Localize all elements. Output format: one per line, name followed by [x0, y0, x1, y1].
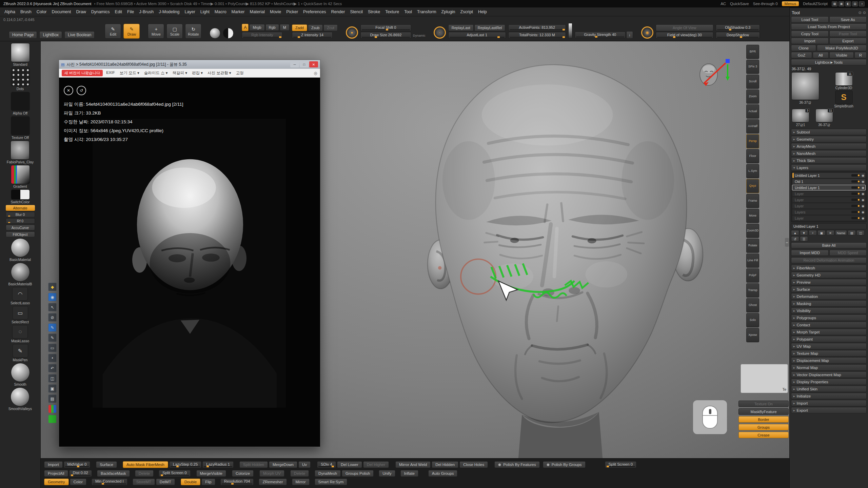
dynamic-label[interactable]: Dynamic [413, 34, 426, 37]
layer-row[interactable]: Untitled Layer 1 ◉ [792, 185, 866, 190]
tool-panel-section[interactable]: ▸Display Properties [791, 379, 867, 385]
tray-button[interactable]: Split Screen 0 [159, 470, 191, 477]
annotation-tool-icon[interactable]: ▣ [48, 384, 57, 393]
layer-visibility-icon[interactable]: ◉ [862, 210, 864, 214]
menu-item[interactable]: Dynamics [89, 9, 112, 15]
tray-button[interactable]: Mirror And Weld [395, 461, 431, 468]
tray-button[interactable]: Del Higher [363, 461, 389, 468]
replay-last-button[interactable]: ReplayLast [448, 24, 474, 31]
sidebar-item[interactable]: BasicMaterial [9, 238, 31, 262]
draw-size-icon[interactable]: ● [346, 26, 358, 39]
sidebar-item[interactable]: AccuCurve [6, 225, 35, 230]
extra-button[interactable]: Crease [738, 432, 789, 438]
save-as-button[interactable]: Save As [829, 16, 867, 23]
tool-panel-section[interactable]: ▸Geometry [791, 136, 867, 142]
replay-icon[interactable]: ◦ [434, 26, 446, 39]
tool-panel-section[interactable]: ▸Deformation [791, 293, 867, 300]
layer-row[interactable]: Layers ◉ [792, 209, 866, 215]
layer-intensity-slider[interactable] [851, 199, 860, 201]
extra-button[interactable]: MaskByFeature [738, 408, 789, 415]
total-points-slider[interactable]: TotalPoints: 12.333 M [508, 32, 566, 39]
photo-viewer-titlebar[interactable]: ▤ 사진 > 54efd410400131a6e24ab6f068af04ed.… [59, 60, 320, 69]
recent-tool-thumbnail[interactable]: 3 [792, 109, 809, 122]
layer-op-button[interactable]: ☰ [800, 236, 808, 242]
gravity-strength-slider[interactable]: Gravity Strength 40 [575, 32, 626, 38]
photo-viewer-menu-item[interactable]: 보기 모드 ▾ [120, 70, 139, 76]
load-tool-button[interactable]: Load Tool [791, 16, 829, 23]
layer-op-button[interactable]: ▣ [817, 230, 826, 236]
tray-button[interactable]: Delete [290, 470, 309, 477]
tray-button[interactable]: Auto Mask FiberMesh [123, 461, 168, 468]
annotation-tool-icon[interactable]: ◫ [48, 374, 57, 383]
zoom-icon[interactable]: ⊙ [863, 11, 866, 15]
angle-of-view-button[interactable]: Angle Of View [656, 24, 713, 31]
tool-panel-section[interactable]: ▸ArrayMesh [791, 143, 867, 149]
shelf-button[interactable]: Scroll [746, 75, 759, 89]
sidebar-thumbnail[interactable] [11, 387, 29, 406]
menu-item[interactable]: Zplugin [439, 9, 458, 15]
layer-intensity-slider[interactable] [851, 205, 860, 207]
sidebar-thumbnail[interactable] [11, 363, 30, 382]
tray-button[interactable]: Unify [379, 470, 395, 477]
sidebar-thumbnail[interactable] [11, 116, 30, 135]
tray-button[interactable]: Polish By Groups [543, 461, 586, 468]
menu-item[interactable]: Draw [74, 9, 88, 15]
tray-button[interactable]: Split Hidden [239, 461, 268, 468]
document-canvas[interactable]: BPRSPix 3ScrollZoomActualAAHalfPerspFloo… [41, 41, 789, 458]
tool-panel-section[interactable]: ▸Subtool [791, 129, 867, 135]
photo-viewer-menu-item[interactable]: 편집 ▾ [192, 70, 203, 76]
zcut-button[interactable]: Zcut [323, 24, 337, 31]
layer-visibility-icon[interactable]: ◉ [862, 174, 864, 177]
see-through-slider[interactable]: See-through 0 [753, 2, 778, 6]
layer-op-button[interactable]: ▼ [800, 230, 808, 236]
annotation-tool-icon[interactable]: ▤ [48, 394, 57, 403]
goz-button[interactable]: GoZ [791, 52, 812, 58]
simplebrush-thumbnail[interactable]: S [835, 90, 853, 104]
tray-button[interactable]: Del Hidden [432, 461, 458, 468]
scale-button[interactable]: ▢Scale [166, 24, 183, 39]
shelf-button[interactable]: Ghost [746, 298, 759, 312]
recent-tool-thumbnail-2[interactable]: 11 [815, 109, 833, 122]
gradient-slider[interactable] [568, 23, 572, 39]
import-button[interactable]: Import [791, 38, 829, 44]
a-button[interactable]: A [242, 24, 249, 31]
menu-item[interactable]: Stencil [348, 9, 365, 15]
home-page-button[interactable]: Home Page [9, 31, 37, 39]
extra-button[interactable]: Border [738, 416, 789, 423]
menu-item[interactable]: J-Modeling [156, 9, 182, 15]
sidebar-item[interactable]: Alternate [6, 205, 35, 211]
annotation-tool-icon[interactable]: ↖ [48, 303, 57, 311]
layer-intensity-slider[interactable] [851, 174, 860, 177]
edit-button[interactable]: ✎Edit [105, 24, 121, 39]
sidebar-item[interactable]: ✎ MaskPen [13, 344, 28, 362]
tray-button[interactable]: Geometry [44, 479, 69, 485]
titlebar-icon[interactable]: ▦ [832, 1, 837, 6]
layer-row[interactable]: Untitled Layer 1 ◉ [792, 172, 866, 178]
obj-shadow-slider[interactable]: ObjShadow 0.3 [716, 24, 760, 31]
tray-button[interactable]: Close Holes [459, 461, 488, 468]
sidebar-item[interactable]: ◠ SelectLasso [11, 287, 30, 305]
annotation-tool-icon[interactable]: ◆ [48, 283, 57, 291]
sidebar-thumbnail[interactable] [11, 141, 29, 160]
menu-item[interactable]: J-Brush [137, 9, 156, 15]
layer-row[interactable]: Layer ◉ [792, 191, 866, 197]
tool-panel-section[interactable]: ▸UV Map [791, 343, 867, 349]
layer-row[interactable]: Layer ◉ [792, 197, 866, 203]
menu-item[interactable]: Help [476, 9, 489, 15]
tool-panel-section[interactable]: ▸Unified Skin [791, 386, 867, 392]
tray-button[interactable]: StoreMT [133, 479, 155, 485]
goz-r-button[interactable]: R [854, 52, 867, 58]
mrgb-button[interactable]: Mrgb [249, 24, 264, 31]
cylinder3d-thumbnail[interactable]: 11 [835, 72, 853, 86]
layer-op-button[interactable]: ✕ [826, 230, 834, 236]
layer-intensity-slider[interactable] [851, 211, 860, 213]
tray-button[interactable]: SDiv 4 [317, 461, 336, 468]
menu-item[interactable]: Material [248, 9, 267, 15]
minimize-button[interactable]: ─ [290, 61, 299, 67]
layer-op-button[interactable]: + [809, 230, 817, 236]
tool-panel-section[interactable]: ▸Texture Map [791, 350, 867, 357]
z-intensity-slider[interactable]: Z Intensity 14 [292, 32, 333, 39]
layer-op-button[interactable]: ▲ [791, 230, 799, 236]
layer-intensity-slider[interactable] [851, 192, 860, 195]
rgb-intensity-slider[interactable]: Rgb Intensity [242, 32, 282, 39]
